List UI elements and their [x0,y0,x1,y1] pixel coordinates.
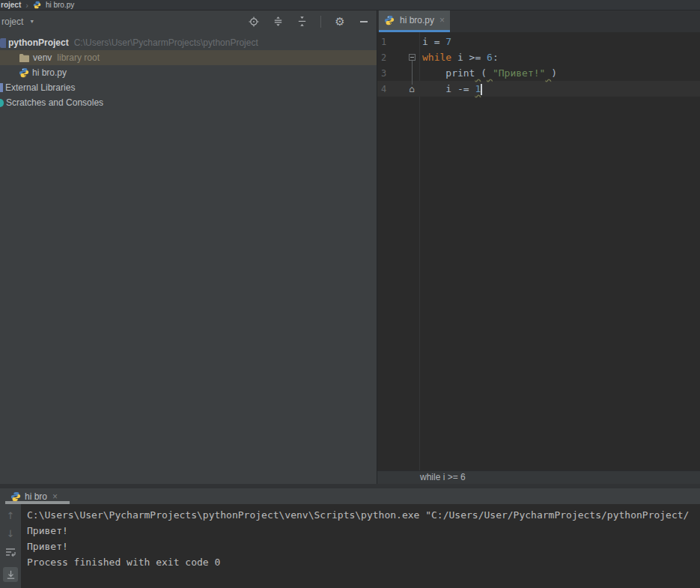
gear-icon[interactable]: ⚙ [333,15,347,28]
tree-item-label: hi bro.py [32,67,67,78]
libraries-icon [0,83,3,92]
python-file-icon [33,1,41,9]
code-editor[interactable]: 1i = 72while i >= 6:3 print ( "Привет!" … [377,32,700,484]
window-titlebar: roject › hi bro.py [0,0,700,10]
editor-tab-hi-bro[interactable]: hi bro.py × [379,10,450,32]
tree-item-label: pythonProject [8,37,69,48]
console-toolbar: ↑ ↓ [0,504,21,588]
breadcrumb-file[interactable]: hi bro.py [46,1,74,9]
scratches-icon [0,99,4,107]
code-line[interactable]: 3 print ( "Привет!" ) [377,65,700,81]
project-folder-icon [0,38,6,48]
editor-gutter: 4⌂ [377,81,420,97]
context-info-bar: while i >= 6 [377,470,700,484]
fold-start-icon[interactable] [409,54,416,61]
tree-item-label: External Libraries [5,82,75,93]
python-file-icon [10,491,21,502]
console-line: C:\Users\User\PycharmProjects\pythonProj… [27,507,700,523]
project-view-title[interactable]: roject [1,16,23,27]
toolbar-separator [320,16,321,28]
line-number: 2 [377,52,394,63]
line-number: 4 [377,84,394,94]
scroll-to-end-icon[interactable] [3,567,18,582]
project-toolwindow: pythonProject C:\Users\User\PycharmProje… [0,32,377,484]
hide-toolwindow-icon[interactable] [357,15,371,28]
editor-gutter: 2 [377,49,420,65]
tree-item-detail: C:\Users\User\PycharmProjects\pythonProj… [74,37,258,48]
python-file-icon [19,67,29,78]
breadcrumb-project[interactable]: roject [1,1,21,9]
editor-gutter: 1 [377,34,420,49]
code-area[interactable]: 1i = 72while i >= 6:3 print ( "Привет!" … [377,32,700,470]
run-tab-underline [5,501,70,504]
console-line: Process finished with exit code 0 [27,554,700,570]
down-stack-trace-icon[interactable]: ↓ [7,528,15,540]
soft-wrap-icon[interactable] [4,546,16,561]
code-text: print ( "Привет!" ) [420,67,557,79]
run-tab-label[interactable]: hi bro [25,491,47,502]
console-line: Привет! [27,539,700,554]
python-file-icon [384,15,395,25]
locate-file-icon[interactable] [247,15,261,28]
run-toolwindow-header: hi bro × [0,488,700,504]
fold-region-line [412,61,413,85]
run-console-output[interactable]: C:\Users\User\PycharmProjects\pythonProj… [21,504,700,588]
code-line[interactable]: 1i = 7 [377,34,700,49]
folder-icon [19,53,30,63]
text-caret [481,84,482,95]
tree-item-hi-bro-py[interactable]: hi bro.py [0,65,377,80]
line-number: 1 [377,37,394,47]
console-line: Привет! [27,523,700,539]
tree-item-detail: library root [57,52,100,63]
tree-item-label: Scratches and Consoles [6,97,103,108]
close-icon[interactable]: × [52,492,58,501]
up-stack-trace-icon[interactable]: ↑ [7,510,15,522]
editor-tab-bar: hi bro.py × [377,10,700,32]
toolbar-row: roject ▼ ⚙ hi bro.py × [0,10,700,32]
code-text: i = 7 [420,36,451,47]
chevron-down-icon[interactable]: ▼ [29,19,34,24]
tree-item-python-project[interactable]: pythonProject C:\Users\User\PycharmProje… [0,35,377,50]
expand-all-icon[interactable] [271,15,284,28]
breadcrumb-chevron-icon: › [25,1,28,10]
code-line[interactable]: 4⌂ i -= 1 [377,81,700,97]
editor-gutter: 3 [377,65,420,81]
line-number: 3 [377,68,394,79]
project-toolwindow-header: roject ▼ ⚙ [0,10,377,32]
tree-item-external-libraries[interactable]: External Libraries [0,80,377,95]
collapse-all-icon[interactable] [295,15,308,28]
editor-tab-label: hi bro.py [400,15,434,25]
tree-item-venv[interactable]: venv library root [0,50,377,65]
run-toolwindow: hi bro × ↑ ↓ C:\Users\User\PycharmProjec… [0,488,700,588]
code-line[interactable]: 2while i >= 6: [377,49,700,65]
tree-item-label: venv [33,52,52,63]
tree-item-scratches[interactable]: Scratches and Consoles [0,95,377,110]
code-text: i -= 1 [420,83,482,95]
code-text: while i >= 6: [420,52,499,63]
fold-end-icon[interactable]: ⌂ [409,85,415,94]
close-icon[interactable]: × [439,16,445,25]
